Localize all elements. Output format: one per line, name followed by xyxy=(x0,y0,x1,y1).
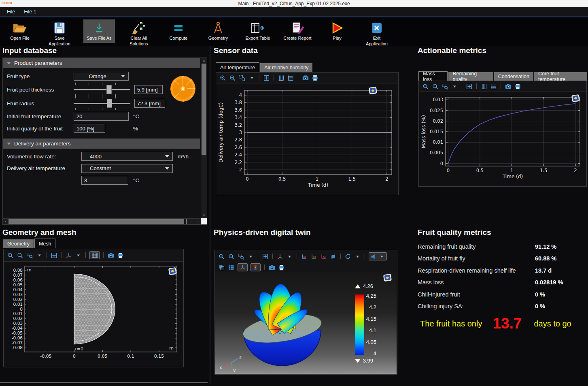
zoom-out-icon[interactable] xyxy=(17,252,23,258)
zoom-extents-icon[interactable] xyxy=(262,253,269,260)
menu-item-file-1[interactable]: File 1 xyxy=(20,8,40,16)
menu-item-file[interactable]: File xyxy=(3,8,19,16)
geometry-tab-geometry[interactable]: Geometry xyxy=(3,239,34,248)
scene-light-icon[interactable] xyxy=(370,253,377,260)
zoom-out-icon[interactable] xyxy=(229,75,236,81)
metrics-tab-remaining-quality[interactable]: Remaining quality xyxy=(448,72,493,81)
sensor-tab-air-temperature[interactable]: Air temperature xyxy=(216,62,259,72)
slider-handle[interactable] xyxy=(107,99,112,108)
clear-all-solutions-button[interactable]: Clear All Solutions xyxy=(123,19,155,49)
open-file-button[interactable]: Open File xyxy=(4,19,36,43)
metrics-tab-condensation[interactable]: Condensation xyxy=(494,72,533,81)
zoom-in-icon[interactable] xyxy=(422,83,429,90)
section-delivery-air[interactable]: Delivery air parameters xyxy=(3,139,200,149)
horizontal-scrollbar[interactable]: ‹ › xyxy=(3,218,201,224)
camera-icon[interactable] xyxy=(268,264,275,271)
zoom-extents-icon[interactable] xyxy=(51,252,57,258)
view-xz-icon[interactable]: xz xyxy=(320,253,327,260)
print-icon[interactable] xyxy=(514,83,521,90)
grid-on-toggle[interactable] xyxy=(89,251,100,259)
perspective-icon[interactable] xyxy=(330,253,337,260)
zoom-box-icon[interactable] xyxy=(442,83,448,90)
axes-on-toggle[interactable] xyxy=(238,263,248,271)
scroll-left-icon[interactable]: ‹ xyxy=(3,219,8,224)
metrics-tab-mass-loss[interactable]: Mass loss xyxy=(418,71,448,81)
vertical-scrollbar[interactable]: ˄ ˅ xyxy=(201,58,207,218)
print-icon[interactable] xyxy=(278,264,285,271)
view-yz-icon[interactable]: yz xyxy=(310,253,317,260)
legend-on-toggle[interactable] xyxy=(250,263,261,271)
slider-handle[interactable] xyxy=(106,85,112,94)
scene-light-toggle[interactable] xyxy=(369,252,387,260)
table-icon[interactable] xyxy=(228,264,235,271)
export-table-button[interactable]: Export Table xyxy=(242,19,274,43)
fruit-radius-slider[interactable] xyxy=(74,98,130,109)
caret-icon[interactable] xyxy=(75,252,82,258)
sensor-tab-air-relative-humidity[interactable]: Air relative humidity xyxy=(260,63,312,72)
orientation-icon[interactable] xyxy=(276,253,283,260)
save-application-button[interactable]: Save Application xyxy=(44,19,75,49)
caret-icon[interactable] xyxy=(451,83,458,90)
caret-icon[interactable] xyxy=(248,75,255,81)
zoom-extents-icon[interactable] xyxy=(466,83,473,90)
air-temp-mode-dropdown[interactable]: Constant xyxy=(81,164,173,173)
zoom-in-icon[interactable] xyxy=(219,75,226,81)
fruit-type-dropdown[interactable]: Orange xyxy=(74,72,129,81)
zoom-in-icon[interactable] xyxy=(218,253,225,260)
x-grid-icon[interactable] xyxy=(287,75,294,81)
caret-icon[interactable] xyxy=(247,253,254,260)
camera-icon[interactable] xyxy=(302,75,309,81)
initial-temp-input[interactable] xyxy=(74,112,129,121)
metrics-tab-core-fruit-temperature[interactable]: Core fruit temperature xyxy=(534,72,587,81)
fruit-radius-label: Fruit radius xyxy=(7,100,34,107)
svg-text:0.015: 0.015 xyxy=(430,129,443,134)
rotate-icon[interactable] xyxy=(344,253,351,260)
caret-icon[interactable] xyxy=(354,253,361,260)
scrollbar-thumb[interactable] xyxy=(8,219,187,224)
zoom-box-icon[interactable] xyxy=(238,253,244,260)
caret-icon[interactable] xyxy=(36,252,43,258)
play-button[interactable]: Play xyxy=(321,19,353,43)
scroll-up-icon[interactable]: ˄ xyxy=(201,58,207,64)
exit-application-button[interactable]: Exit Application xyxy=(361,19,393,49)
zoom-out-icon[interactable] xyxy=(228,253,235,260)
y-grid-icon[interactable] xyxy=(480,83,487,90)
compute-button[interactable]: Compute xyxy=(163,19,194,43)
zoom-out-icon[interactable] xyxy=(432,83,439,90)
camera-icon[interactable] xyxy=(107,252,114,258)
save-file-as-button[interactable]: Save File As xyxy=(83,19,115,43)
camera-icon[interactable] xyxy=(505,83,512,90)
grid-on-icon[interactable] xyxy=(91,252,98,258)
caret-icon[interactable] xyxy=(286,253,293,260)
peel-thickness-slider[interactable] xyxy=(74,84,130,95)
create-report-button[interactable]: Create Report xyxy=(282,19,313,43)
scroll-right-icon[interactable]: › xyxy=(195,219,201,224)
svg-text:0.05: 0.05 xyxy=(98,354,108,359)
air-temp-value-input[interactable] xyxy=(81,176,128,185)
svg-text:-0.08: -0.08 xyxy=(12,345,23,350)
zoom-extents-icon[interactable] xyxy=(263,75,270,81)
scrollbar-thumb[interactable] xyxy=(202,64,206,155)
legend-on-icon[interactable] xyxy=(252,264,259,271)
chevron-down-icon[interactable] xyxy=(378,253,385,260)
print-icon[interactable] xyxy=(117,252,124,258)
transparency-icon[interactable] xyxy=(218,264,225,271)
svg-text:m: m xyxy=(27,267,32,273)
x-grid-icon[interactable] xyxy=(490,83,497,90)
axes-on-icon[interactable] xyxy=(239,264,246,271)
view-xy-icon[interactable]: xy xyxy=(301,253,308,260)
initial-quality-input[interactable] xyxy=(74,124,105,133)
colorbar-tick-label: 4.1 xyxy=(369,327,376,333)
print-icon[interactable] xyxy=(312,75,318,81)
y-grid-icon[interactable] xyxy=(278,75,284,81)
orientation-icon[interactable] xyxy=(65,252,72,258)
geometry-button[interactable]: Geometry xyxy=(202,19,234,43)
scroll-down-icon[interactable]: ˅ xyxy=(201,213,207,218)
section-product-parameters[interactable]: Product parameters xyxy=(3,58,200,68)
flow-rate-dropdown[interactable]: 4000 xyxy=(81,152,173,161)
zoom-box-icon[interactable] xyxy=(26,252,33,258)
geometry-tab-mesh[interactable]: Mesh xyxy=(34,239,56,248)
zoom-box-icon[interactable] xyxy=(239,75,246,81)
zoom-in-icon[interactable] xyxy=(7,252,14,258)
twin-3d-viewport[interactable]: x y z 4.26 4.254.24.154.14.054 3.99 xyxy=(215,272,397,374)
